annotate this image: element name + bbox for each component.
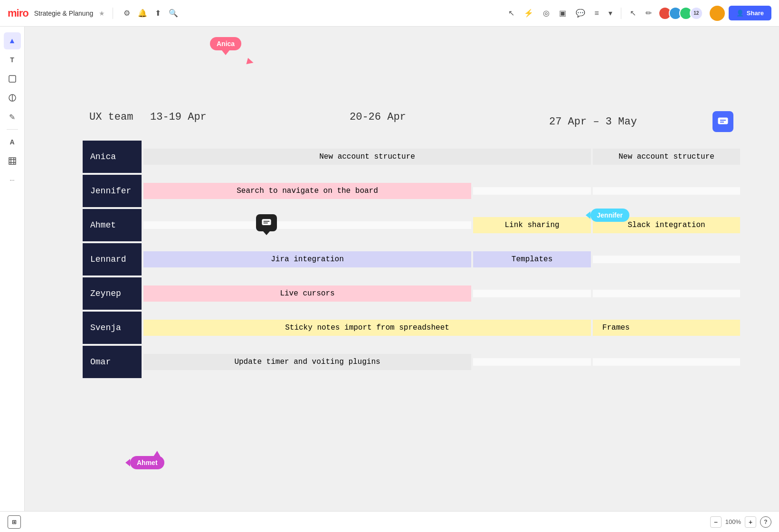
help-btn[interactable]: ? [760,516,771,528]
task-block [473,187,591,195]
topbar-divider-1 [113,8,113,19]
comment-bubble-icon [262,218,271,227]
share-label: Share [747,10,764,17]
task-cell [472,276,592,311]
pen-icon[interactable]: ✏ [643,6,655,20]
svg-rect-3 [9,158,16,164]
share-button[interactable]: 👤 Share [729,6,771,20]
task-block [473,290,591,297]
cursor-icon[interactable]: ↖ [505,6,517,20]
task-block[interactable]: New account structure [593,149,740,165]
svg-rect-8 [718,118,728,124]
cursor-tooltip-ahmet: Ahmet [130,456,164,469]
task-cell [592,242,741,276]
frame-tool-btn[interactable] [4,152,21,170]
timer-icon[interactable]: ◎ [540,6,552,20]
task-cell: Search to navigate on the board [142,174,472,208]
task-cell: Live cursors [142,276,472,311]
table-row: Svenja Sticky notes import from spreadsh… [82,311,741,345]
task-cell [142,208,472,242]
task-block[interactable]: Link sharing [473,217,591,233]
notifications-icon[interactable]: 🔔 [135,6,150,20]
task-cell: New account structure [592,140,741,174]
name-cell-svenja: Svenja [82,311,142,345]
task-block [593,290,740,297]
avatar-count: 12 [690,7,703,20]
pen-tool-btn[interactable]: ✎ [4,108,21,125]
topbar: miro Strategie & Planung ★ ⚙ 🔔 ⬆ 🔍 ↖ ⚡ ◎… [0,0,779,27]
col-header-apr13: 13-19 Apr [142,107,342,140]
task-cell: Jira integration [142,242,472,276]
screen-icon[interactable]: ▣ [556,6,569,20]
task-cell: Frames [592,311,741,345]
search-icon[interactable]: 🔍 [166,6,181,20]
shape-tool-btn[interactable]: A [4,133,21,151]
task-cell [472,174,592,208]
table-row: Ahmet Link sharing Slack integration [82,208,741,242]
board-comment-icon[interactable] [712,111,733,132]
zoom-level: 100% [725,518,741,525]
text-tool-btn[interactable]: T [4,51,21,68]
task-cell [592,345,741,379]
canvas: UX team 13-19 Apr 20-26 Apr 27 Apr – 3 M… [25,27,779,511]
task-cell [472,345,592,379]
star-icon[interactable]: ★ [99,10,105,17]
table-row: Omar Update timer and voiting plugins [82,345,741,379]
frames-icon[interactable]: ⊞ [8,515,21,529]
svg-rect-0 [9,76,16,82]
task-block[interactable]: Search to navigate on the board [143,183,471,199]
task-cell: Sticky notes import from spreadsheet [142,311,592,345]
table-row: Zeynep Live cursors [82,276,741,311]
task-block [473,358,591,366]
task-block [593,358,740,366]
link-tool-btn[interactable] [4,89,21,106]
chevron-icon[interactable]: ▾ [606,6,615,20]
task-block[interactable]: Sticky notes import from spreadsheet [143,320,591,336]
task-block[interactable]: Templates [473,251,591,267]
left-toolbar: ▲ T ✎ A ··· ↩ [0,27,25,532]
task-cell: New account structure [142,140,592,174]
comment-bubble[interactable] [256,214,277,231]
name-cell-zeynep: Zeynep [82,276,142,311]
name-cell-omar: Omar [82,345,142,379]
list-icon[interactable]: ≡ [592,6,602,20]
task-block[interactable]: Live cursors [143,285,471,302]
zoom-plus-btn[interactable]: + [745,516,756,528]
task-cell: Update timer and voiting plugins [142,345,472,379]
task-block[interactable]: Jira integration [143,251,471,267]
task-block[interactable]: New account structure [143,149,591,165]
comment-icon[interactable]: 💬 [573,6,588,20]
toolbar-divider-1 [7,129,18,130]
board-headers: UX team 13-19 Apr 20-26 Apr 27 Apr – 3 M… [82,107,741,140]
topbar-divider-2 [621,8,621,19]
upload-icon[interactable]: ⬆ [152,6,164,20]
task-cell: Link sharing [472,208,592,242]
settings-icon[interactable]: ⚙ [121,6,133,20]
cursor-tooltip-anica: Anica [210,37,241,50]
board-content: UX team 13-19 Apr 20-26 Apr 27 Apr – 3 M… [25,27,779,511]
select-tool-btn[interactable]: ▲ [4,32,21,49]
table-row: Lennard Jira integration Templates [82,242,741,276]
task-cell: Templates [472,242,592,276]
task-block[interactable]: Update timer and voiting plugins [143,354,471,370]
name-cell-anica: Anica [82,140,142,174]
avatar-group: 12 [658,7,703,20]
bottom-bar: ⊞ − 100% + ? [0,511,779,532]
zoom-minus-btn[interactable]: − [710,516,722,528]
table-row: Jennifer Search to navigate on the board [82,174,741,208]
sticky-tool-btn[interactable] [4,70,21,87]
more-tool-btn[interactable]: ··· [4,171,21,189]
svg-rect-11 [262,219,271,225]
col-header-team: UX team [82,107,142,140]
table-row: Anica New account structure New account … [82,140,741,174]
bottom-left: ⊞ [8,515,21,529]
arrow-icon[interactable]: ↖ [627,6,639,20]
task-block [143,221,471,229]
col-header-apr20: 20-26 Apr [342,107,542,140]
sprint-board: UX team 13-19 Apr 20-26 Apr 27 Apr – 3 M… [82,107,741,379]
name-cell-lennard: Lennard [82,242,142,276]
task-block[interactable]: Frames [593,320,740,336]
name-cell-ahmet: Ahmet [82,208,142,242]
lightning-icon[interactable]: ⚡ [521,6,536,20]
task-block [593,256,740,263]
